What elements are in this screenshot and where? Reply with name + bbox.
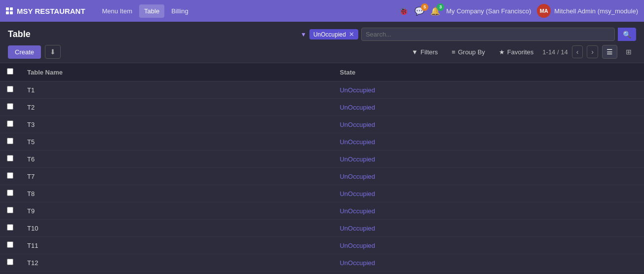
row-checkbox[interactable] — [7, 259, 13, 265]
favorites-button[interactable]: ★ Favorites — [494, 46, 538, 58]
searchbar-area: ▼ UnOccupied ✕ 🔍 — [301, 28, 636, 41]
groupby-icon: ≡ — [452, 48, 455, 56]
kanban-view-button[interactable]: ⊞ — [621, 45, 636, 59]
brand[interactable]: MSY RESTAURANT — [6, 7, 85, 15]
grid-icon — [6, 7, 13, 14]
bug-icon-btn[interactable]: 🐞 — [399, 6, 409, 16]
nav-billing[interactable]: Billing — [166, 4, 193, 18]
row-state: UnOccupied — [333, 99, 644, 116]
favorites-label: Favorites — [507, 48, 533, 56]
row-table-name[interactable]: T8 — [20, 185, 333, 202]
table-row: T3 UnOccupied — [0, 116, 644, 133]
filter-tag-close-icon[interactable]: ✕ — [349, 31, 354, 38]
prev-page-button[interactable]: ‹ — [572, 45, 583, 58]
row-checkbox[interactable] — [7, 120, 13, 127]
filter-tag-label: UnOccupied — [313, 31, 346, 38]
search-input[interactable] — [362, 28, 614, 40]
user-info[interactable]: MA Mitchell Admin (msy_module) — [537, 4, 638, 18]
table-row: T5 UnOccupied — [0, 133, 644, 151]
table-wrap: Table Name State T1 UnOccupied T2 UnOccu… — [0, 63, 644, 274]
row-state: UnOccupied — [333, 151, 644, 168]
row-checkbox-cell — [0, 202, 20, 220]
filters-label: Filters — [420, 48, 438, 56]
row-checkbox[interactable] — [7, 155, 13, 161]
company-name[interactable]: My Company (San Francisco) — [446, 7, 531, 15]
row-checkbox[interactable] — [7, 138, 13, 144]
table-row: T2 UnOccupied — [0, 99, 644, 116]
row-state: UnOccupied — [333, 116, 644, 133]
row-checkbox-cell — [0, 116, 20, 133]
search-submit-button[interactable]: 🔍 — [618, 28, 636, 41]
row-table-name[interactable]: T6 — [20, 151, 333, 168]
row-checkbox-cell — [0, 185, 20, 202]
table-row: T11 UnOccupied — [0, 237, 644, 254]
filter-funnel-icon: ▼ — [301, 31, 306, 38]
topnav: MSY RESTAURANT Menu Item Table Billing 🐞… — [0, 0, 644, 22]
row-checkbox[interactable] — [7, 103, 13, 110]
row-checkbox[interactable] — [7, 86, 13, 92]
page-title: Table — [8, 29, 31, 39]
row-checkbox-cell — [0, 168, 20, 185]
table-row: T12 UnOccupied — [0, 254, 644, 272]
row-table-name[interactable]: T12 — [20, 254, 333, 272]
row-table-name[interactable]: T13 — [20, 272, 333, 274]
nav-links: Menu Item Table Billing — [97, 4, 193, 18]
row-state: UnOccupied — [333, 254, 644, 272]
list-view-button[interactable]: ☰ — [602, 45, 617, 59]
row-checkbox[interactable] — [7, 190, 13, 196]
table-row: T8 UnOccupied — [0, 185, 644, 202]
row-state: UnOccupied — [333, 81, 644, 99]
table-row: T13 UnOccupied — [0, 272, 644, 274]
filters-button[interactable]: ▼ Filters — [407, 46, 443, 58]
row-checkbox-cell — [0, 81, 20, 99]
row-table-name[interactable]: T9 — [20, 202, 333, 220]
row-checkbox-cell — [0, 151, 20, 168]
table-row: T9 UnOccupied — [0, 202, 644, 220]
main-table: Table Name State T1 UnOccupied T2 UnOccu… — [0, 63, 644, 274]
toolbar-row: Create ⬇ ▼ Filters ≡ Group By ★ Favorite… — [0, 41, 644, 63]
brand-label: MSY RESTAURANT — [17, 7, 85, 15]
table-row: T7 UnOccupied — [0, 168, 644, 185]
row-checkbox[interactable] — [7, 172, 13, 179]
bell-icon-btn[interactable]: 🔔 3 — [430, 6, 440, 16]
row-table-name[interactable]: T1 — [20, 81, 333, 99]
groupby-button[interactable]: ≡ Group By — [447, 46, 490, 58]
row-table-name[interactable]: T5 — [20, 133, 333, 151]
create-button[interactable]: Create — [8, 45, 41, 59]
row-checkbox-cell — [0, 220, 20, 237]
topnav-right: 🐞 💬 5 🔔 3 My Company (San Francisco) MA … — [399, 4, 638, 18]
groupby-label: Group By — [458, 48, 485, 56]
row-checkbox[interactable] — [7, 241, 13, 248]
list-view-icon: ☰ — [606, 48, 613, 56]
row-checkbox-cell — [0, 272, 20, 274]
row-state: UnOccupied — [333, 220, 644, 237]
select-all-checkbox[interactable] — [7, 68, 13, 75]
search-input-wrap — [361, 28, 615, 41]
col-header-state: State — [333, 63, 644, 81]
header-checkbox-col — [0, 63, 20, 81]
nav-table[interactable]: Table — [139, 4, 164, 18]
kanban-view-icon: ⊞ — [626, 48, 632, 56]
download-button[interactable]: ⬇ — [45, 45, 61, 59]
table-row: T10 UnOccupied — [0, 220, 644, 237]
next-page-button[interactable]: › — [587, 45, 598, 58]
row-table-name[interactable]: T7 — [20, 168, 333, 185]
table-header: Table Name State — [0, 63, 644, 81]
row-checkbox[interactable] — [7, 224, 13, 231]
row-state: UnOccupied — [333, 237, 644, 254]
col-header-table-name: Table Name — [20, 63, 333, 81]
row-table-name[interactable]: T11 — [20, 237, 333, 254]
row-table-name[interactable]: T3 — [20, 116, 333, 133]
row-checkbox-cell — [0, 133, 20, 151]
table-row: T6 UnOccupied — [0, 151, 644, 168]
nav-menu-item[interactable]: Menu Item — [97, 4, 137, 18]
row-table-name[interactable]: T10 — [20, 220, 333, 237]
table-body: T1 UnOccupied T2 UnOccupied T3 UnOccupie… — [0, 81, 644, 274]
table-row: T1 UnOccupied — [0, 81, 644, 99]
filter-funnel-icon2: ▼ — [412, 48, 418, 56]
row-checkbox[interactable] — [7, 207, 13, 213]
filter-tag-unoccupied[interactable]: UnOccupied ✕ — [309, 29, 358, 39]
chat-icon-btn[interactable]: 💬 5 — [415, 6, 424, 16]
row-table-name[interactable]: T2 — [20, 99, 333, 116]
row-checkbox-cell — [0, 99, 20, 116]
